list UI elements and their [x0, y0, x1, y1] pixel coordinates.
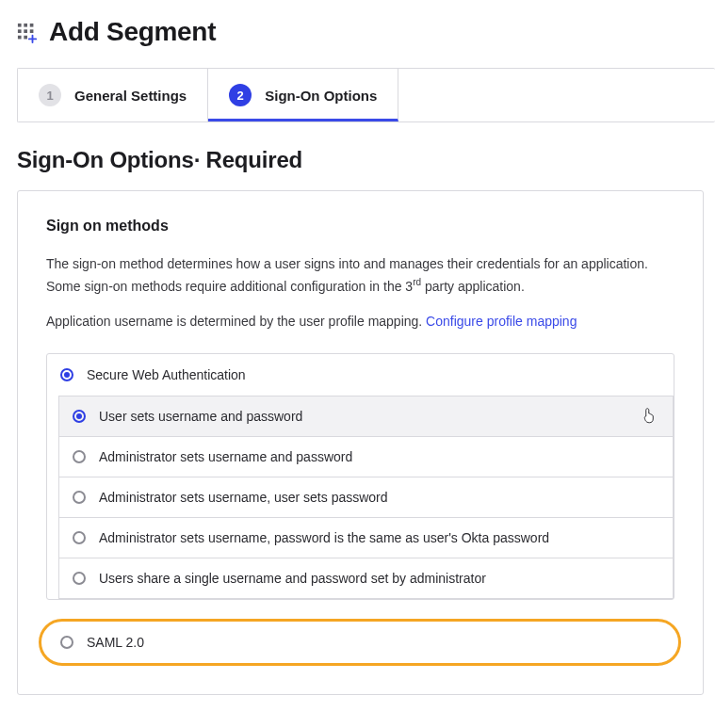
signon-description-1: The sign-on method determines how a user… [46, 253, 674, 298]
svg-rect-1 [24, 24, 27, 27]
step-badge-2: 2 [229, 84, 252, 106]
radio-admin-okta-pw[interactable]: Administrator sets username, password is… [59, 518, 673, 558]
radio-input-saml[interactable] [60, 636, 73, 649]
signon-description-2: Application username is determined by th… [46, 311, 674, 332]
page-title: Add Segment [49, 17, 216, 47]
cursor-pointer-icon [641, 408, 656, 425]
radio-label-admin-sets-both: Administrator sets username and password [99, 449, 352, 464]
swa-suboptions: User sets username and password Administ… [58, 396, 674, 599]
radio-label-saml: SAML 2.0 [87, 635, 144, 650]
svg-rect-6 [18, 36, 22, 40]
radio-input-shared-creds[interactable] [73, 572, 86, 585]
radio-admin-sets-both[interactable]: Administrator sets username and password [59, 437, 673, 477]
svg-rect-5 [30, 29, 34, 33]
radio-label-swa: Secure Web Authentication [87, 367, 246, 382]
tab-label-general: General Settings [74, 88, 187, 104]
radio-input-admin-user-split[interactable] [73, 491, 86, 504]
svg-rect-7 [24, 36, 27, 40]
card-subheading: Sign on methods [46, 218, 674, 235]
wizard-tabs: 1 General Settings 2 Sign-On Options [17, 68, 715, 122]
saml-highlight: SAML 2.0 [39, 619, 681, 666]
svg-rect-3 [18, 29, 22, 33]
tab-general-settings[interactable]: 1 General Settings [18, 69, 208, 121]
step-badge-1: 1 [39, 84, 61, 106]
radio-label-admin-okta-pw: Administrator sets username, password is… [99, 530, 549, 545]
tab-sign-on-options[interactable]: 2 Sign-On Options [208, 69, 398, 121]
radio-label-user-sets: User sets username and password [99, 409, 302, 424]
svg-rect-4 [24, 29, 27, 33]
radio-user-sets[interactable]: User sets username and password [59, 396, 673, 437]
tab-label-signon: Sign-On Options [265, 88, 377, 104]
svg-rect-0 [18, 24, 22, 27]
radio-input-user-sets[interactable] [73, 410, 86, 423]
configure-profile-mapping-link[interactable]: Configure profile mapping [426, 314, 577, 329]
radio-secure-web-auth[interactable]: Secure Web Authentication [47, 354, 674, 396]
radio-input-admin-sets-both[interactable] [73, 450, 86, 463]
radio-input-swa[interactable] [60, 368, 73, 381]
section-heading: Sign-On Options· Required [17, 147, 715, 173]
signon-card: Sign on methods The sign-on method deter… [17, 190, 704, 695]
radio-label-shared-creds: Users share a single username and passwo… [99, 571, 486, 586]
radio-saml[interactable]: SAML 2.0 [45, 623, 674, 661]
signon-method-panel: Secure Web Authentication User sets user… [46, 353, 674, 600]
app-grid-add-icon [17, 23, 38, 43]
radio-shared-creds[interactable]: Users share a single username and passwo… [59, 558, 673, 598]
radio-input-admin-okta-pw[interactable] [73, 531, 86, 544]
radio-admin-user-split[interactable]: Administrator sets username, user sets p… [59, 477, 673, 518]
svg-rect-2 [30, 24, 34, 27]
radio-label-admin-user-split: Administrator sets username, user sets p… [99, 490, 388, 505]
